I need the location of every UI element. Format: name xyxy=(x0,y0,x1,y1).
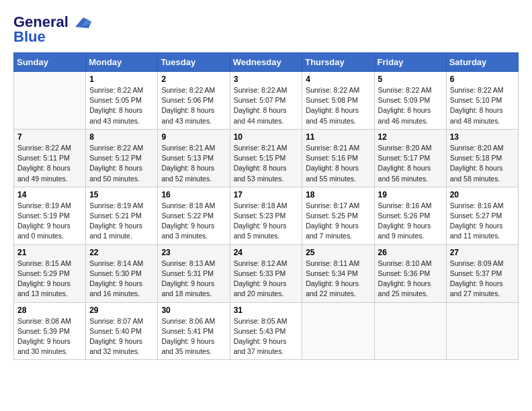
day-detail: Sunrise: 8:18 AMSunset: 5:22 PMDaylight:… xyxy=(161,201,226,242)
day-number: 21 xyxy=(17,248,82,257)
calendar-day-cell: 18 Sunrise: 8:17 AMSunset: 5:25 PMDaylig… xyxy=(302,187,374,244)
calendar-day-cell: 15 Sunrise: 8:19 AMSunset: 5:21 PMDaylig… xyxy=(86,187,158,244)
calendar-day-cell: 17 Sunrise: 8:18 AMSunset: 5:23 PMDaylig… xyxy=(230,187,302,244)
day-number: 13 xyxy=(450,132,515,142)
logo: General Blue xyxy=(13,13,91,46)
day-number: 28 xyxy=(17,306,82,315)
calendar-header-cell: Sunday xyxy=(14,53,86,72)
day-number: 23 xyxy=(161,248,226,257)
logo-icon xyxy=(70,15,91,30)
day-number: 24 xyxy=(234,248,299,257)
day-detail: Sunrise: 8:09 AMSunset: 5:37 PMDaylight:… xyxy=(450,259,515,300)
day-number: 26 xyxy=(378,248,443,257)
day-number: 1 xyxy=(89,75,154,84)
calendar-day-cell: 5 Sunrise: 8:22 AMSunset: 5:09 PMDayligh… xyxy=(374,72,446,130)
day-detail: Sunrise: 8:19 AMSunset: 5:19 PMDaylight:… xyxy=(17,201,82,242)
calendar-week-row: 1 Sunrise: 8:22 AMSunset: 5:05 PMDayligh… xyxy=(14,72,519,130)
calendar-day-cell: 20 Sunrise: 8:16 AMSunset: 5:27 PMDaylig… xyxy=(446,187,518,244)
calendar-day-cell: 2 Sunrise: 8:22 AMSunset: 5:06 PMDayligh… xyxy=(158,72,230,130)
calendar-day-cell xyxy=(374,302,446,360)
day-detail: Sunrise: 8:14 AMSunset: 5:30 PMDaylight:… xyxy=(89,259,154,300)
day-detail: Sunrise: 8:20 AMSunset: 5:18 PMDaylight:… xyxy=(450,143,515,184)
calendar-day-cell: 29 Sunrise: 8:07 AMSunset: 5:40 PMDaylig… xyxy=(86,302,158,360)
day-number: 14 xyxy=(17,190,82,199)
day-detail: Sunrise: 8:11 AMSunset: 5:34 PMDaylight:… xyxy=(306,259,370,300)
day-number: 17 xyxy=(234,190,299,199)
day-detail: Sunrise: 8:22 AMSunset: 5:08 PMDaylight:… xyxy=(306,85,370,126)
calendar-day-cell: 4 Sunrise: 8:22 AMSunset: 5:08 PMDayligh… xyxy=(302,72,374,130)
calendar-day-cell: 7 Sunrise: 8:22 AMSunset: 5:11 PMDayligh… xyxy=(14,129,86,187)
day-detail: Sunrise: 8:18 AMSunset: 5:23 PMDaylight:… xyxy=(234,201,299,242)
day-detail: Sunrise: 8:22 AMSunset: 5:12 PMDaylight:… xyxy=(89,143,154,184)
calendar-day-cell: 31 Sunrise: 8:05 AMSunset: 5:43 PMDaylig… xyxy=(230,302,302,360)
day-detail: Sunrise: 8:16 AMSunset: 5:27 PMDaylight:… xyxy=(450,201,515,242)
day-detail: Sunrise: 8:19 AMSunset: 5:21 PMDaylight:… xyxy=(89,201,154,242)
calendar-day-cell: 14 Sunrise: 8:19 AMSunset: 5:19 PMDaylig… xyxy=(14,187,86,244)
calendar-day-cell: 24 Sunrise: 8:12 AMSunset: 5:33 PMDaylig… xyxy=(230,244,302,302)
calendar-day-cell: 26 Sunrise: 8:10 AMSunset: 5:36 PMDaylig… xyxy=(374,244,446,302)
calendar-day-cell xyxy=(302,302,374,360)
day-number: 27 xyxy=(450,248,515,257)
calendar-day-cell: 30 Sunrise: 8:06 AMSunset: 5:41 PMDaylig… xyxy=(158,302,230,360)
day-number: 20 xyxy=(450,190,515,199)
logo-blue: Blue xyxy=(13,28,46,46)
day-number: 16 xyxy=(161,190,226,199)
calendar-week-row: 28 Sunrise: 8:08 AMSunset: 5:39 PMDaylig… xyxy=(14,302,519,360)
calendar-header-cell: Saturday xyxy=(446,53,518,72)
calendar-day-cell: 8 Sunrise: 8:22 AMSunset: 5:12 PMDayligh… xyxy=(86,129,158,187)
day-number: 5 xyxy=(378,75,443,84)
day-detail: Sunrise: 8:22 AMSunset: 5:07 PMDaylight:… xyxy=(234,85,299,126)
day-detail: Sunrise: 8:22 AMSunset: 5:11 PMDaylight:… xyxy=(17,143,82,184)
day-number: 31 xyxy=(234,306,299,315)
day-detail: Sunrise: 8:21 AMSunset: 5:13 PMDaylight:… xyxy=(161,143,226,184)
day-detail: Sunrise: 8:22 AMSunset: 5:09 PMDaylight:… xyxy=(378,85,443,126)
calendar-day-cell: 12 Sunrise: 8:20 AMSunset: 5:17 PMDaylig… xyxy=(374,129,446,187)
day-number: 19 xyxy=(378,190,443,199)
calendar-header-cell: Tuesday xyxy=(158,53,230,72)
day-detail: Sunrise: 8:05 AMSunset: 5:43 PMDaylight:… xyxy=(234,316,299,357)
calendar-day-cell: 23 Sunrise: 8:13 AMSunset: 5:31 PMDaylig… xyxy=(158,244,230,302)
calendar-week-row: 14 Sunrise: 8:19 AMSunset: 5:19 PMDaylig… xyxy=(14,187,519,244)
calendar-week-row: 21 Sunrise: 8:15 AMSunset: 5:29 PMDaylig… xyxy=(14,244,519,302)
calendar-day-cell: 11 Sunrise: 8:21 AMSunset: 5:16 PMDaylig… xyxy=(302,129,374,187)
day-number: 25 xyxy=(306,248,370,257)
day-detail: Sunrise: 8:06 AMSunset: 5:41 PMDaylight:… xyxy=(161,316,226,357)
day-detail: Sunrise: 8:07 AMSunset: 5:40 PMDaylight:… xyxy=(89,316,154,357)
day-number: 7 xyxy=(17,132,82,142)
day-detail: Sunrise: 8:22 AMSunset: 5:10 PMDaylight:… xyxy=(450,85,515,126)
day-number: 18 xyxy=(306,190,370,199)
calendar-header-cell: Wednesday xyxy=(230,53,302,72)
calendar-body: 1 Sunrise: 8:22 AMSunset: 5:05 PMDayligh… xyxy=(14,72,519,360)
day-detail: Sunrise: 8:22 AMSunset: 5:06 PMDaylight:… xyxy=(161,85,226,126)
calendar-day-cell: 10 Sunrise: 8:21 AMSunset: 5:15 PMDaylig… xyxy=(230,129,302,187)
calendar-day-cell: 28 Sunrise: 8:08 AMSunset: 5:39 PMDaylig… xyxy=(14,302,86,360)
calendar-day-cell: 13 Sunrise: 8:20 AMSunset: 5:18 PMDaylig… xyxy=(446,129,518,187)
calendar-day-cell: 25 Sunrise: 8:11 AMSunset: 5:34 PMDaylig… xyxy=(302,244,374,302)
day-detail: Sunrise: 8:08 AMSunset: 5:39 PMDaylight:… xyxy=(17,316,82,357)
day-detail: Sunrise: 8:13 AMSunset: 5:31 PMDaylight:… xyxy=(161,259,226,300)
day-detail: Sunrise: 8:16 AMSunset: 5:26 PMDaylight:… xyxy=(378,201,443,242)
day-number: 29 xyxy=(89,306,154,315)
calendar-day-cell xyxy=(14,72,86,130)
day-detail: Sunrise: 8:17 AMSunset: 5:25 PMDaylight:… xyxy=(306,201,370,242)
calendar-day-cell: 16 Sunrise: 8:18 AMSunset: 5:22 PMDaylig… xyxy=(158,187,230,244)
day-detail: Sunrise: 8:15 AMSunset: 5:29 PMDaylight:… xyxy=(17,259,82,300)
day-number: 2 xyxy=(161,75,226,84)
day-number: 9 xyxy=(161,132,226,142)
calendar-header-row: SundayMondayTuesdayWednesdayThursdayFrid… xyxy=(14,53,519,72)
calendar-day-cell: 3 Sunrise: 8:22 AMSunset: 5:07 PMDayligh… xyxy=(230,72,302,130)
calendar-day-cell: 19 Sunrise: 8:16 AMSunset: 5:26 PMDaylig… xyxy=(374,187,446,244)
day-detail: Sunrise: 8:12 AMSunset: 5:33 PMDaylight:… xyxy=(234,259,299,300)
calendar-day-cell xyxy=(446,302,518,360)
day-number: 4 xyxy=(306,75,370,84)
day-detail: Sunrise: 8:21 AMSunset: 5:16 PMDaylight:… xyxy=(306,143,370,184)
calendar-day-cell: 27 Sunrise: 8:09 AMSunset: 5:37 PMDaylig… xyxy=(446,244,518,302)
day-number: 3 xyxy=(234,75,299,84)
calendar-header-cell: Friday xyxy=(374,53,446,72)
day-detail: Sunrise: 8:22 AMSunset: 5:05 PMDaylight:… xyxy=(89,85,154,126)
calendar-day-cell: 1 Sunrise: 8:22 AMSunset: 5:05 PMDayligh… xyxy=(86,72,158,130)
day-number: 12 xyxy=(378,132,443,142)
calendar-day-cell: 9 Sunrise: 8:21 AMSunset: 5:13 PMDayligh… xyxy=(158,129,230,187)
day-number: 8 xyxy=(89,132,154,142)
day-detail: Sunrise: 8:20 AMSunset: 5:17 PMDaylight:… xyxy=(378,143,443,184)
